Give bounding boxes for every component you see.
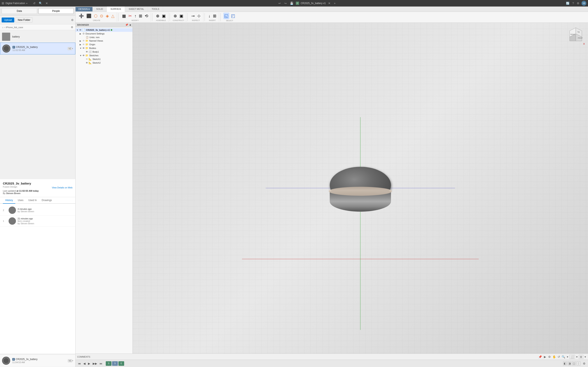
construct-plane-btn[interactable]: ⊕ [173,13,178,19]
version-dropdown-icon-2[interactable]: ▾ [72,360,73,362]
modify-flip-btn[interactable]: ⟲ [144,13,149,19]
select-window-btn[interactable]: ◱ [223,13,229,19]
close-search-btn[interactable]: ✕ [45,1,49,5]
version-badge-v1[interactable]: V1 [68,359,72,362]
redo-btn[interactable]: ↪ [283,1,287,5]
viewport-3d[interactable]: Top FRONT RIGHT X [133,23,588,354]
construct-axis-btn[interactable]: ▣ [179,13,184,19]
eye-icon-root[interactable]: 👁 [79,29,81,31]
timeline-icon-btn-1[interactable]: ◧ [563,361,567,366]
modify-trim-btn[interactable]: ✂ [128,13,133,19]
tree-toggle-root[interactable]: ▼ [76,29,79,31]
timeline-prev-btn[interactable]: ◀ [82,361,86,366]
tree-toggle-doc[interactable]: ▶ [80,33,82,35]
tab-history[interactable]: History [3,197,15,204]
tree-item-root[interactable]: ▼ 👁 📄 CR2025_3v_battery v1 [76,28,132,32]
orbit-btn[interactable]: ↺ [557,355,561,359]
eye-icon-origin[interactable]: 👁 [82,43,85,46]
timeline-item-3[interactable]: E [118,361,124,366]
tree-item-units[interactable]: 📋 Units: mm [76,35,132,39]
create-revolve-btn[interactable]: ⊙ [99,13,104,19]
timeline-next-btn[interactable]: ▶▶ [92,361,98,366]
timeline-item-2[interactable]: S [112,361,118,366]
tab-uses[interactable]: Uses [15,197,26,204]
timeline-play-btn[interactable]: ▶ [87,361,91,366]
second-file-item[interactable]: F CR2025_3v_battery 11:04:53 AM V1 ▾ [0,354,75,367]
create-extrude2-btn[interactable]: ⬡ [93,13,98,19]
close-doc-btn[interactable]: ✕ [327,1,331,5]
tree-toggle-named-views[interactable]: ▶ [80,40,82,42]
modify-press-btn[interactable]: ▦ [121,13,127,19]
eye-icon-sketches[interactable]: 👁 [82,54,85,57]
comments-pin-btn[interactable]: 📌 [538,355,542,359]
eye-icon-sketch2[interactable]: 👁 [86,62,88,64]
tab-tools[interactable]: TOOLS [148,7,163,12]
cube-navigator[interactable]: Top FRONT RIGHT X [568,27,584,43]
modify-extend-btn[interactable]: ↑ [134,13,137,19]
insert-image-btn[interactable]: ⊞ [212,13,217,19]
timeline-last-btn[interactable]: ⏭ [99,361,103,366]
settings-btn[interactable]: ⚙ [576,1,580,5]
tab-people[interactable]: People [38,8,74,14]
create-extrude-btn[interactable]: ➕ [78,13,85,19]
history-item[interactable]: 2 4 minutes ago by Steven Breen [0,205,75,216]
tree-toggle-origin[interactable]: ▶ [80,43,82,46]
tree-item-body1[interactable]: 👁 ⬜ Body1 [76,50,132,54]
browser-collapse-btn[interactable]: ◀ [129,24,131,26]
breadcrumb-settings[interactable]: ⚙ [71,26,73,29]
tree-item-sketch1[interactable]: 👁 📐 Sketch1 [76,57,132,61]
pan-btn[interactable]: ✋ [552,355,556,359]
design-button[interactable]: DESIGN ▾ [76,7,93,11]
timeline-gear-btn[interactable]: ⚙ [582,361,586,366]
tree-toggle-bodies[interactable]: ▼ [80,47,82,49]
comments-expand-btn[interactable]: ▶ [544,355,546,359]
view-cube-btn[interactable]: ⬜ [570,355,575,359]
list-item[interactable]: battery [0,31,75,43]
create-patch-btn[interactable]: ⬛ [86,13,92,19]
tab-sheet-metal[interactable]: SHEET METAL [125,7,148,12]
display-settings-btn[interactable]: ⚙ [548,355,551,359]
search-btn[interactable]: 🔍 [38,1,43,5]
grid-display-btn[interactable]: ⊞ [579,355,583,359]
zoom-options-btn[interactable]: ▾ [566,355,569,359]
timeline-icon-btn-2[interactable]: ◨ [568,361,571,366]
zoom-btn[interactable]: 🔍 [561,355,566,359]
eye-icon-sketch1[interactable]: 👁 [86,58,88,60]
timeline-icon-btn-4[interactable]: ⋮ [577,361,580,366]
create-sweep-btn[interactable]: ◈ [105,13,110,19]
eye-icon-body1[interactable]: 👁 [86,50,88,53]
tree-item-origin[interactable]: ▶ 👁 📁 Origin [76,43,132,46]
select-free-btn[interactable]: ◰ [230,13,236,19]
timeline-first-btn[interactable]: ⏮ [77,361,82,366]
browser-pin-btn[interactable]: 📌 [125,24,128,26]
new-tab-btn[interactable]: + [333,1,336,5]
tree-item-bodies[interactable]: ▼ 👁 📁 Bodies [76,46,132,50]
new-folder-button[interactable]: New Folder [16,17,33,23]
tab-data[interactable]: Data [2,8,37,14]
app-grid-icon[interactable]: ⊞ [2,1,4,5]
eye-icon-bodies[interactable]: 👁 [82,47,85,49]
inspect-measure-btn[interactable]: ⊸ [190,13,196,19]
breadcrumb-home-icon[interactable]: ⌂ [2,26,3,29]
eye-icon-named-views[interactable]: 👁 [82,40,85,42]
timeline-item-1[interactable]: S [106,361,112,366]
inspect-analysis-btn[interactable]: ⊹ [196,13,201,19]
timeline-icon-btn-3[interactable]: ◫ [572,361,576,366]
sync-btn[interactable]: 🔄 [565,1,570,5]
version-dropdown-icon[interactable]: ▾ [72,48,73,50]
create-loft-btn[interactable]: △ [111,13,115,19]
history-item-1[interactable]: 1 21 minutes ago Item created by Steven … [0,216,75,226]
modify-stitch-btn[interactable]: ⊞ [138,13,143,19]
insert-svg-btn[interactable]: ↓ [208,13,211,19]
assemble-as-built-btn[interactable]: ▣ [161,13,167,19]
view-details-link[interactable]: View Details on Web [52,186,72,189]
tab-used-in[interactable]: Used In [26,197,39,204]
refresh-btn[interactable]: ↺ [32,1,36,5]
tree-item-sketch2[interactable]: 👁 📐 Sketch2 [76,61,132,65]
version-badge-v2[interactable]: V2 [68,47,72,50]
tab-solid[interactable]: SOLID [93,7,107,12]
undo-btn[interactable]: ↩ [278,1,282,5]
view-options-btn[interactable]: ▾ [576,355,578,359]
list-item-selected[interactable]: F CR2025_3v_battery 11:02:55 AM V2 ▾ [0,43,75,54]
avatar[interactable]: SB [581,1,586,6]
